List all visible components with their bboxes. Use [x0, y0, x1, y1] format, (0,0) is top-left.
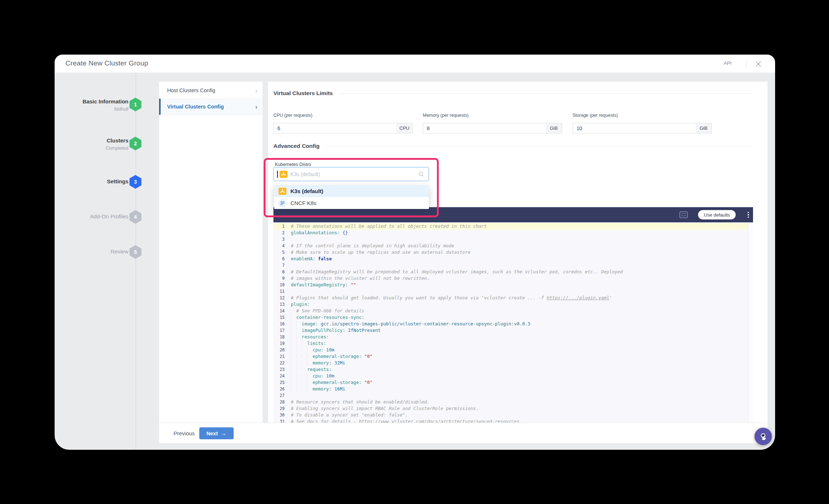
- use-defaults-button[interactable]: Use defaults: [698, 210, 736, 219]
- astronaut-icon: [758, 432, 768, 441]
- code-line: 1# These annotations will be applied to …: [273, 223, 748, 230]
- code-line: 25 ephemeral-storage: "0": [273, 379, 748, 386]
- stepper-connector-line: [136, 73, 136, 450]
- line-number: 13: [273, 301, 289, 308]
- modal-titlebar: Create New Cluster Group API: [55, 55, 775, 73]
- line-number: 7: [273, 262, 289, 269]
- line-number: 16: [273, 321, 289, 327]
- code-line: 5# Make sure to scale up the replicas an…: [273, 249, 748, 256]
- code-line: 7: [273, 262, 748, 269]
- line-number: 18: [273, 334, 289, 340]
- limits-section-heading: Virtual Clusters Limits: [273, 90, 753, 97]
- search-icon: [418, 171, 424, 177]
- code-line: 13plugin:: [273, 301, 748, 308]
- line-number: 25: [273, 379, 289, 386]
- step-badge: 1: [129, 98, 141, 111]
- k3s-icon: [280, 171, 288, 178]
- line-content: imagePullPolicy: IfNotPresent: [291, 327, 381, 334]
- line-content: defaultImageRegistry: "": [291, 282, 356, 288]
- distro-option-label: K3s (default): [290, 188, 323, 194]
- line-number: 10: [273, 282, 289, 288]
- editor-menu-icon[interactable]: [745, 210, 752, 219]
- line-content: # To disable a syncer set "enabled: fals…: [291, 412, 408, 418]
- code-line: 10defaultImageRegistry: "": [273, 282, 748, 288]
- line-number: 30: [273, 412, 289, 418]
- code-line: 26 memory: 16Mi: [273, 386, 748, 392]
- cncf-icon: [279, 199, 286, 207]
- memory-input[interactable]: [423, 123, 546, 133]
- line-content: cpu: 10m: [291, 347, 334, 353]
- unit-suffix: GiB: [546, 123, 562, 133]
- unit-suffix: GiB: [696, 123, 712, 133]
- line-content: ephemeral-storage: "0": [291, 379, 373, 386]
- distro-option-label: CNCF K8s: [290, 200, 316, 206]
- code-line: 9# images within the vcluster will not b…: [273, 275, 748, 282]
- line-number: 26: [273, 386, 289, 392]
- code-line: 19 limits:: [273, 340, 748, 347]
- line-content: requests:: [291, 366, 332, 373]
- subnav-item-label: Host Clusters Config: [167, 87, 215, 93]
- line-content: cpu: 10m: [291, 373, 334, 379]
- storage-input[interactable]: [573, 123, 696, 133]
- step-badge: 5: [129, 245, 141, 259]
- limits-heading-rule: [339, 93, 753, 94]
- distro-dropdown-menu: K3s (default)CNCF K8s: [274, 185, 429, 209]
- line-number: 28: [273, 399, 289, 405]
- close-icon[interactable]: [754, 60, 763, 68]
- field-label: CPU (per requests): [273, 113, 313, 118]
- distro-option-cncf-k8s[interactable]: CNCF K8s: [274, 197, 429, 209]
- line-content: # Make sure to scale up the replicas and…: [291, 249, 471, 256]
- subnav-item-virtual-clusters-config[interactable]: Virtual Clusters Config›: [159, 99, 263, 115]
- diff-view-icon[interactable]: [679, 211, 688, 218]
- kubernetes-distro-label: Kubernetes Distro: [275, 162, 311, 167]
- code-line: 17 imagePullPolicy: IfNotPresent: [273, 327, 748, 334]
- subnav-item-host-clusters-config[interactable]: Host Clusters Config›: [159, 82, 263, 99]
- step-sublabel: Completed: [55, 144, 128, 152]
- line-content: container-resources-sync:: [291, 314, 364, 321]
- line-content: # images within the vcluster will not be…: [291, 275, 430, 282]
- code-line: 12# Plugins that should get loaded. Usua…: [273, 295, 748, 301]
- yaml-editor[interactable]: 1# These annotations will be applied to …: [273, 207, 753, 424]
- line-content: limits:: [291, 340, 326, 347]
- line-content: # See PPD-866 for details: [291, 308, 364, 314]
- line-number: 2: [273, 230, 289, 236]
- code-line: 8# DefaultImageRegistry will be prepende…: [273, 269, 748, 275]
- distro-option-k3s-default-[interactable]: K3s (default): [274, 185, 429, 197]
- line-number: 20: [273, 347, 289, 353]
- editor-toolbar: Use defaults: [273, 207, 753, 222]
- code-line: 21 ephemeral-storage: "0": [273, 353, 748, 360]
- next-button[interactable]: Next →: [199, 427, 234, 439]
- line-number: 17: [273, 327, 289, 334]
- line-content: globalAnnotations: {}: [291, 230, 348, 236]
- line-number: 27: [273, 392, 289, 399]
- line-content: # Enabling syncers will impact RBAC Role…: [291, 405, 479, 412]
- wizard-footer: Previous Next →: [159, 423, 768, 443]
- previous-button[interactable]: Previous: [174, 423, 195, 444]
- line-number: 14: [273, 308, 289, 314]
- code-line: 4# If the control plane is deployed in h…: [273, 243, 748, 249]
- code-line: 28# Resource syncers that should be enab…: [273, 399, 748, 405]
- field-label: Memory (per requests): [423, 113, 468, 118]
- modal-title: Create New Cluster Group: [65, 59, 148, 67]
- editor-scrollbar[interactable]: [748, 222, 753, 424]
- line-number: 4: [273, 243, 289, 249]
- step-label: Settings: [55, 178, 128, 185]
- line-content: # Resource syncers that should be enable…: [291, 399, 430, 405]
- code-line: 15 container-resources-sync:: [273, 314, 748, 321]
- step-label: Review: [55, 248, 128, 255]
- support-bot-button[interactable]: [754, 428, 772, 445]
- line-content: image: gcr.io/spectro-images-public/vclu…: [291, 321, 530, 327]
- screen-background: Basic Informationfddfsdf1ClustersComplet…: [0, 0, 829, 504]
- cpu-input[interactable]: [273, 123, 397, 133]
- api-button[interactable]: API: [724, 60, 732, 66]
- arrow-right-icon: →: [221, 430, 226, 437]
- distro-search-input[interactable]: K3s (default): [273, 167, 429, 181]
- code-line: 2globalAnnotations: {}: [273, 230, 748, 236]
- code-line: 22 memory: 32Mi: [273, 360, 748, 366]
- code-line: 24 cpu: 10m: [273, 373, 748, 379]
- code-line: 23 requests:: [273, 366, 748, 373]
- line-content: # If the control plane is deployed in hi…: [291, 243, 454, 249]
- code-line: 20 cpu: 10m: [273, 347, 748, 353]
- code-line: 3: [273, 236, 748, 243]
- line-number: 22: [273, 360, 289, 366]
